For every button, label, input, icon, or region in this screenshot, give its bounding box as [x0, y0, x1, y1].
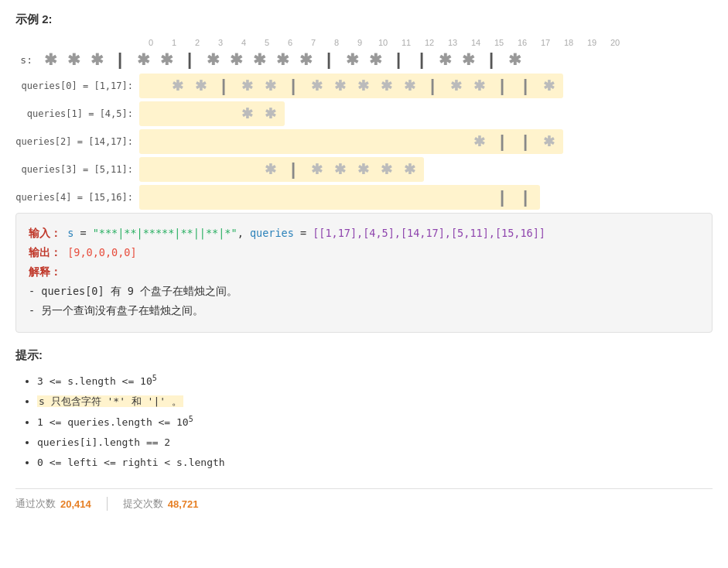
char-cell: ✱: [155, 49, 178, 70]
char-cell: ✱: [444, 75, 467, 97]
char-cell: ✱: [340, 49, 364, 70]
char-cell: ✱: [467, 75, 490, 97]
char-cell: ✱: [132, 49, 155, 70]
query-row: queries[3] = [5,11]:✱|✱✱✱✱✱: [15, 157, 713, 182]
char-cell: ✱: [467, 131, 490, 152]
char-cell: ✱: [235, 75, 258, 97]
char-cell: ✱: [271, 49, 294, 70]
char-cell: ✱: [305, 75, 328, 97]
char-cell: |: [410, 49, 433, 70]
hints-list: 3 <= s.length <= 105s 只包含字符 '*' 和 '|' 。1…: [15, 371, 713, 474]
section-title: 示例 2:: [15, 12, 713, 27]
char-cell: ✱: [62, 49, 85, 70]
query-row-label: queries[4] = [15,16]:: [15, 192, 139, 203]
char-cell: |: [490, 75, 514, 97]
output-line: 输出： [9,0,0,0,0]: [29, 244, 699, 262]
input-line: 输入： s = "***|**|*****|**||**|*", queries…: [29, 224, 699, 242]
char-cell: ✱: [503, 49, 526, 70]
stat-divider: [107, 497, 108, 511]
char-cell: ✱: [85, 49, 108, 70]
char-cell: ✱: [235, 103, 258, 125]
char-cell: ✱: [294, 49, 317, 70]
explain-lines: - queries[0] 有 9 个盘子在蜡烛之间。- 另一个查询没有盘子在蜡烛…: [29, 282, 699, 320]
hint-item: 1 <= queries.length <= 105: [37, 412, 713, 433]
char-cell: ✱: [248, 49, 271, 70]
char-cell: ✱: [258, 75, 282, 97]
char-cell: ✱: [374, 159, 398, 180]
char-cell: |: [480, 49, 503, 70]
char-cell: |: [212, 75, 235, 97]
query-row: queries[4] = [15,16]:||: [15, 185, 713, 210]
char-cell: ✱: [351, 75, 374, 97]
char-cell: ✱: [398, 75, 421, 97]
char-cell: |: [490, 186, 514, 208]
ruler-num: 6: [279, 38, 302, 47]
char-cell: |: [514, 186, 537, 208]
ruler-num: 0: [139, 38, 162, 47]
char-cell: ✱: [398, 159, 421, 180]
char-cell: ✱: [39, 49, 62, 70]
query-row: queries[0] = [1,17]:✱✱|✱✱|✱✱✱✱✱|✱✱||✱: [15, 74, 713, 98]
ruler-num: 17: [534, 38, 557, 47]
char-cell: |: [514, 131, 537, 152]
char-cell: |: [490, 131, 514, 152]
char-cell: ✱: [456, 49, 480, 70]
ruler-num: 20: [603, 38, 627, 47]
query-row-label: queries[3] = [5,11]:: [15, 164, 139, 175]
char-cell: ✱: [258, 159, 282, 180]
query-row: queries[1] = [4,5]:✱✱: [15, 101, 713, 126]
char-cell: ✱: [328, 159, 351, 180]
explain-line: - queries[0] 有 9 个盘子在蜡烛之间。: [29, 282, 699, 300]
char-cell: ✱: [328, 75, 351, 97]
footer-stats: 通过次数 20,414 提交次数 48,721: [15, 488, 713, 511]
char-cell: |: [317, 49, 340, 70]
s-row: s: ✱✱✱|✱✱|✱✱✱✱✱|✱✱||✱✱|✱: [15, 49, 713, 70]
ruler-num: 16: [511, 38, 534, 47]
query-row-label: queries[0] = [1,17]:: [15, 80, 139, 91]
ruler-num: 4: [232, 38, 255, 47]
char-cell: ✱: [166, 75, 189, 97]
char-cell: |: [514, 75, 537, 97]
hint-item: s 只包含字符 '*' 和 '|' 。: [37, 392, 713, 412]
ruler-num: 2: [186, 38, 209, 47]
char-cell: ✱: [364, 49, 387, 70]
explain-label-line: 解释：: [29, 263, 699, 281]
char-cell: |: [421, 75, 444, 97]
hint-item: 0 <= lefti <= righti < s.length: [37, 453, 713, 473]
ruler-num: 14: [464, 38, 487, 47]
char-cell: ✱: [433, 49, 456, 70]
hint-item: 3 <= s.length <= 105: [37, 371, 713, 392]
char-cell: ✱: [351, 159, 374, 180]
hints-title: 提示:: [15, 348, 713, 363]
char-cell: ✱: [189, 75, 212, 97]
ruler-num: 9: [348, 38, 371, 47]
hint-item: queries[i].length == 2: [37, 433, 713, 453]
ruler-num: 11: [395, 38, 418, 47]
query-row-label: queries[1] = [4,5]:: [15, 108, 139, 119]
char-cell: ✱: [224, 49, 248, 70]
char-cell: |: [282, 159, 305, 180]
submit-count: 提交次数 48,721: [123, 497, 214, 511]
ruler-num: 19: [580, 38, 603, 47]
s-row-label: s:: [15, 54, 39, 66]
query-row: queries[2] = [14,17]:✱||✱: [15, 129, 713, 154]
ruler-num: 13: [441, 38, 464, 47]
ruler-row: 01234567891011121314151617181920: [15, 38, 713, 47]
char-cell: ✱: [537, 131, 560, 152]
char-cell: |: [178, 49, 201, 70]
pass-count: 通过次数 20,414: [15, 497, 107, 511]
query-row-label: queries[2] = [14,17]:: [15, 136, 139, 147]
ruler-num: 7: [302, 38, 325, 47]
ruler-num: 3: [209, 38, 232, 47]
char-cell: |: [282, 75, 305, 97]
ruler-num: 12: [418, 38, 441, 47]
query-rows: queries[0] = [1,17]:✱✱|✱✱|✱✱✱✱✱|✱✱||✱que…: [15, 74, 713, 210]
code-block: 输入： s = "***|**|*****|**||**|*", queries…: [15, 213, 713, 333]
ruler-num: 10: [371, 38, 395, 47]
char-cell: ✱: [305, 159, 328, 180]
char-cell: ✱: [537, 75, 560, 97]
char-cell: ✱: [201, 49, 224, 70]
char-cell: ✱: [374, 75, 398, 97]
char-cell: |: [387, 49, 410, 70]
ruler-num: 1: [162, 38, 186, 47]
